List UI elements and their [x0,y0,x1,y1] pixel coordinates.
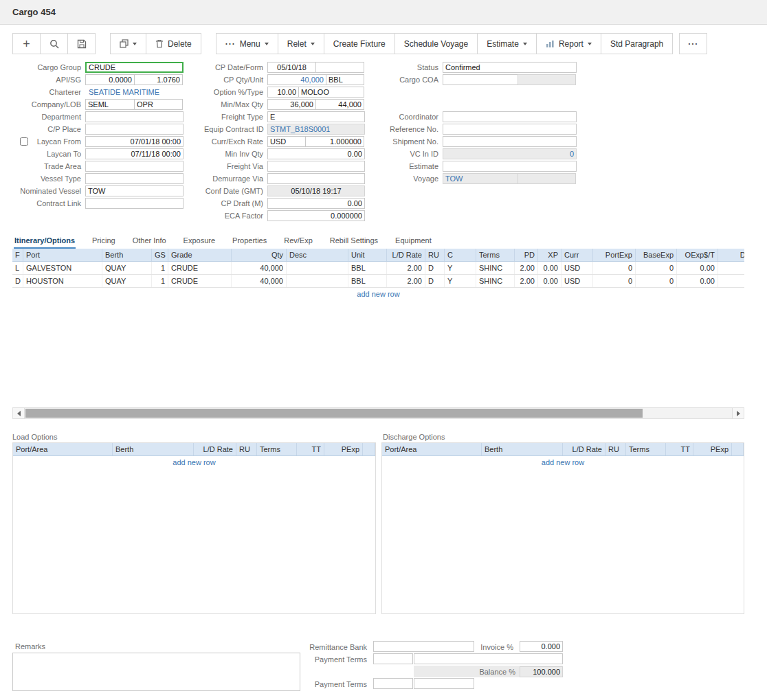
demurrage-via-input[interactable] [267,173,365,184]
table-cell[interactable]: QUAY [102,262,152,274]
laycan-to-input[interactable]: 07/11/18 00:00 [85,148,184,159]
table-cell[interactable]: 0.00 [538,275,562,287]
table-cell[interactable]: USD [562,275,593,287]
tab-pricing[interactable]: Pricing [91,234,116,249]
equip-contract-id-link[interactable]: STMT_B18S0001 [267,124,365,135]
company-input[interactable]: SEML [85,99,135,110]
api-input[interactable]: 0.0000 [85,74,135,85]
option-pct-input[interactable]: 10.00 [267,87,299,98]
voyage-link[interactable]: TOW [443,173,518,184]
payment-terms-1-code-input[interactable] [373,653,413,664]
trade-area-input[interactable] [85,161,184,172]
table-cell[interactable]: CRUDE [168,262,232,274]
table-cell[interactable]: 0 [636,275,677,287]
table-cell[interactable]: 0.00 [677,262,718,274]
table-cell[interactable]: 0 [636,262,677,274]
vessel-type-input[interactable] [85,173,184,184]
table-cell[interactable]: 10 [718,262,744,274]
vc-in-id-link[interactable]: 0 [443,148,577,159]
table-cell[interactable]: QUAY [102,275,152,287]
tab-other-info[interactable]: Other Info [132,234,167,249]
table-cell[interactable] [287,275,348,287]
scroll-right-button[interactable] [732,408,744,418]
report-button[interactable]: Report [536,33,601,54]
payment-terms-2-desc-input[interactable] [414,678,474,689]
cp-qty-input[interactable]: 40,000 [267,74,326,85]
table-cell[interactable]: BBL [348,262,387,274]
more-button[interactable]: ··· [679,33,707,54]
table-cell[interactable]: 0.00 [677,275,718,287]
table-cell[interactable]: 2.00 [387,275,425,287]
nominated-vessel-input[interactable]: TOW [85,185,184,196]
add-new-row-link[interactable]: add new row [12,288,744,301]
tab-exposure[interactable]: Exposure [183,234,216,249]
table-cell[interactable]: D [12,275,23,287]
table-cell[interactable]: 0 [593,262,636,274]
menu-button[interactable]: ··· Menu [216,33,278,54]
table-cell[interactable]: 40,000 [232,275,287,287]
cp-place-input[interactable] [85,124,184,135]
table-cell[interactable]: BBL [348,275,387,287]
cargo-coa-input[interactable] [443,74,518,85]
tab-rev-exp[interactable]: Rev/Exp [283,234,313,249]
laycan-from-input[interactable]: 07/01/18 00:00 [85,136,184,147]
table-cell[interactable]: 1 [152,275,168,287]
shipment-no-input[interactable] [443,136,577,147]
coordinator-input[interactable] [443,111,577,122]
table-cell[interactable]: 0.00 [538,262,562,274]
scroll-left-button[interactable] [13,408,25,418]
contract-link-input[interactable] [85,198,184,209]
currency-input[interactable]: USD [267,136,306,147]
horizontal-scrollbar[interactable] [12,407,744,419]
cargo-group-input[interactable]: CRUDE [85,62,184,73]
cp-unit-input[interactable]: BBL [326,74,364,85]
min-inv-qty-input[interactable]: 0.00 [267,148,365,159]
std-paragraph-button[interactable]: Std Paragraph [601,33,673,54]
search-button[interactable] [40,33,68,54]
estimate-button[interactable]: Estimate [477,33,537,54]
save-button[interactable] [67,33,96,54]
tab-itinerary-options[interactable]: Itinerary/Options [14,234,76,249]
estimate-input[interactable] [443,161,577,172]
new-button[interactable]: + [12,33,41,54]
eca-factor-input[interactable]: 0.000000 [267,210,365,221]
freight-type-input[interactable]: E [267,111,365,122]
exch-rate-input[interactable]: 1.000000 [305,136,364,147]
invoice-pct-input[interactable]: 0.000 [520,641,563,652]
table-cell[interactable]: Y [445,262,476,274]
table-cell[interactable] [718,275,744,287]
table-cell[interactable]: USD [562,262,593,274]
reference-no-input[interactable] [443,124,577,135]
charterer-link[interactable]: SEATIDE MARITIME [85,87,184,98]
status-input[interactable]: Confirmed [443,62,577,73]
schedule-voyage-button[interactable]: Schedule Voyage [394,33,478,54]
payment-terms-1-desc-input[interactable] [414,653,563,664]
create-fixture-button[interactable]: Create Fixture [324,33,395,54]
cp-date-input[interactable]: 05/10/18 [267,62,316,73]
table-cell[interactable]: 0 [593,275,636,287]
remarks-textarea[interactable] [12,653,300,691]
delete-button[interactable]: Delete [146,33,201,54]
scrollbar-track[interactable] [25,408,732,418]
table-cell[interactable]: SHINC [476,275,515,287]
table-cell[interactable]: Y [445,275,476,287]
table-cell[interactable]: 2.00 [515,275,538,287]
max-qty-input[interactable]: 44,000 [315,99,364,110]
tab-rebill-settings[interactable]: Rebill Settings [329,234,379,249]
department-input[interactable] [85,111,184,122]
table-cell[interactable]: 40,000 [232,262,287,274]
table-cell[interactable]: D [425,262,445,274]
table-cell[interactable]: 1 [152,262,168,274]
laycan-from-checkbox[interactable] [20,137,28,146]
lob-input[interactable]: OPR [134,99,183,110]
table-cell[interactable]: D [425,275,445,287]
table-cell[interactable]: HOUSTON [23,275,102,287]
table-cell[interactable]: 2.00 [515,262,538,274]
relet-button[interactable]: Relet [278,33,324,54]
payment-terms-2-code-input[interactable] [373,678,413,689]
add-new-row-link[interactable]: add new row [382,456,744,469]
add-new-row-link[interactable]: add new row [13,456,375,469]
table-cell[interactable]: CRUDE [168,275,232,287]
table-cell[interactable]: L [12,262,23,274]
freight-via-input[interactable] [267,161,365,172]
